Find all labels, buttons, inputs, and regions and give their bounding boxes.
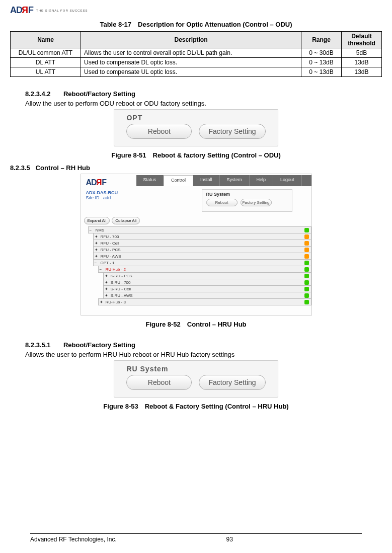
reboot-button[interactable]: Reboot [126, 124, 192, 139]
opt-panel-title: OPT [126, 114, 265, 122]
factory-setting-button[interactable]: Factory Setting [199, 124, 265, 139]
status-dot-icon [304, 274, 309, 278]
tab-status[interactable]: Status [136, 175, 164, 186]
figure-851-caption: Figure 8-51 Reboot & factory Setting (Co… [10, 151, 382, 159]
status-dot-icon [304, 254, 309, 259]
table-caption: Table 8-17 Description for Optic Attenua… [10, 21, 382, 28]
figure-852-caption: Figure 8-52 Control – HRU Hub [10, 321, 382, 328]
tree-item-srucell[interactable]: ✦S-RU - Cell [103, 285, 311, 292]
th-range: Range [301, 32, 342, 48]
section-number: 8.2.3.4.2 [25, 90, 51, 98]
nav-tabs: Status Control Install System Help Logou… [136, 175, 311, 186]
reboot-button[interactable]: Reboot [206, 199, 238, 206]
status-dot-icon [304, 293, 309, 298]
status-dot-icon [304, 241, 309, 246]
tab-help[interactable]: Help [250, 175, 274, 186]
footer-page-number: 93 [166, 536, 362, 543]
hru-logo-block: ADRF ADX-DAS-RCU Site ID : adrf [81, 174, 136, 202]
tree-item-ruhub2[interactable]: −RU-Hub - 2 [98, 266, 311, 273]
tree-item-sruaws[interactable]: ✦S-RU - AWS [103, 292, 311, 299]
tree-item-opt1[interactable]: −OPT - 1 [93, 259, 311, 266]
tree-item-rfuaws[interactable]: ✦RFU - AWS [93, 253, 311, 260]
figure-853-caption: Figure 8-53 Reboot & Factory Setting (Co… [10, 403, 382, 410]
tab-install[interactable]: Install [193, 175, 220, 186]
cell-desc: Allows the user to control overall optic… [81, 48, 301, 58]
logo-tagline: THE SIGNAL FOR SUCCESS [36, 9, 88, 12]
cell-name: DL/UL common ATT [11, 48, 81, 58]
expand-icon: ✦ [105, 293, 109, 298]
cell-desc: Used to compensate UL optic loss. [81, 67, 301, 77]
hru-logo: ADRF [86, 178, 136, 187]
status-dot-icon [304, 234, 309, 239]
device-tree: −NMS ✦RFU - 700 ✦RFU - Cell ✦RFU - PCS ✦… [88, 226, 311, 305]
status-dot-icon [304, 300, 309, 304]
section-title: Control – RH Hub [36, 164, 90, 172]
logo-text: ADRF [10, 5, 33, 16]
logo-ad: AD [10, 5, 22, 15]
cell-default: 13dB [342, 58, 382, 67]
optic-attenuation-table: Name Description Range Default threshold… [10, 31, 382, 77]
logo-r: R [22, 5, 28, 16]
footer-company: Advanced RF Technologies, Inc. [30, 536, 166, 543]
tree-item-kru[interactable]: ✦K-RU - PCS [103, 272, 311, 279]
cell-name: DL ATT [11, 58, 81, 67]
table-row: DL ATT Used to compensate DL optic loss.… [11, 58, 382, 67]
th-default: Default threshold [342, 32, 382, 48]
expand-icon: ✦ [95, 241, 99, 246]
tree-item-rfupcs[interactable]: ✦RFU - PCS [93, 246, 311, 253]
collapse-icon: − [90, 228, 94, 232]
page-footer: Advanced RF Technologies, Inc. 93 [30, 533, 362, 543]
section-82342-body: Allow the user to perform ODU reboot or … [25, 100, 382, 107]
header-logo: ADRF THE SIGNAL FOR SUCCESS [10, 5, 382, 16]
section-82342-heading: 8.2.3.4.2 Reboot/Factory Setting [25, 90, 382, 98]
ru-system-title: RU System [206, 192, 288, 197]
status-dot-icon [304, 267, 309, 272]
tree-item-nms[interactable]: −NMS [88, 226, 311, 233]
expand-icon: ✦ [105, 287, 109, 291]
collapse-icon: − [100, 267, 104, 272]
ru-system-panel: RU System Reboot Factory Setting [202, 189, 292, 212]
expand-icon: ✦ [95, 234, 99, 239]
status-dot-icon [304, 261, 309, 265]
section-8235-heading: 8.2.3.5 Control – RH Hub [10, 164, 382, 172]
tree-item-rfucell[interactable]: ✦RFU - Cell [93, 240, 311, 247]
th-name: Name [11, 32, 81, 48]
cell-range: 0 ~ 30dB [301, 48, 342, 58]
cell-range: 0 ~ 13dB [301, 67, 342, 77]
logo-r: R [97, 178, 102, 187]
factory-setting-button[interactable]: Factory Setting [241, 199, 272, 206]
collapse-all-button[interactable]: Collapse All [112, 217, 140, 224]
tab-logout[interactable]: Logout [273, 175, 302, 186]
reboot-button[interactable]: Reboot [126, 375, 192, 390]
figure-ru-system-panel: RU System Reboot Factory Setting [10, 360, 382, 398]
tree-item-ruhub3[interactable]: ✦RU-Hub - 3 [98, 298, 311, 305]
section-title: Reboot/Factory Setting [63, 341, 135, 349]
expand-icon: ✦ [105, 274, 109, 278]
product-name: ADX-DAS-RCU [86, 190, 136, 195]
cell-default: 5dB [342, 48, 382, 58]
factory-setting-button[interactable]: Factory Setting [199, 375, 265, 390]
ru-system-title: RU System [126, 365, 265, 373]
hru-screenshot: ADRF ADX-DAS-RCU Site ID : adrf Status C… [81, 174, 312, 315]
cell-range: 0 ~ 13dB [301, 58, 342, 67]
site-id: Site ID : adrf [86, 195, 136, 200]
tab-system[interactable]: System [220, 175, 250, 186]
figure-hru-hub: ADRF ADX-DAS-RCU Site ID : adrf Status C… [10, 174, 382, 315]
ru-system-panel-large: RU System Reboot Factory Setting [114, 360, 278, 398]
th-desc: Description [81, 32, 301, 48]
cell-desc: Used to compensate DL optic loss. [81, 58, 301, 67]
logo-f: F [102, 178, 106, 187]
collapse-icon: − [95, 261, 99, 265]
logo-ad: AD [86, 178, 97, 187]
section-title: Reboot/Factory Setting [63, 90, 135, 98]
expand-all-button[interactable]: Expand All [84, 217, 110, 224]
tree-item-rfu700[interactable]: ✦RFU - 700 [93, 233, 311, 240]
expand-icon: ✦ [95, 254, 99, 259]
section-number: 8.2.3.5.1 [25, 341, 51, 349]
section-82351-body: Allows the user to perform HRU Hub reboo… [25, 351, 382, 358]
expand-icon: ✦ [95, 248, 99, 252]
tab-control[interactable]: Control [164, 175, 193, 186]
tree-item-sru700[interactable]: ✦S-RU - 700 [103, 279, 311, 286]
status-dot-icon [304, 287, 309, 291]
table-row: DL/UL common ATT Allows the user to cont… [11, 48, 382, 58]
